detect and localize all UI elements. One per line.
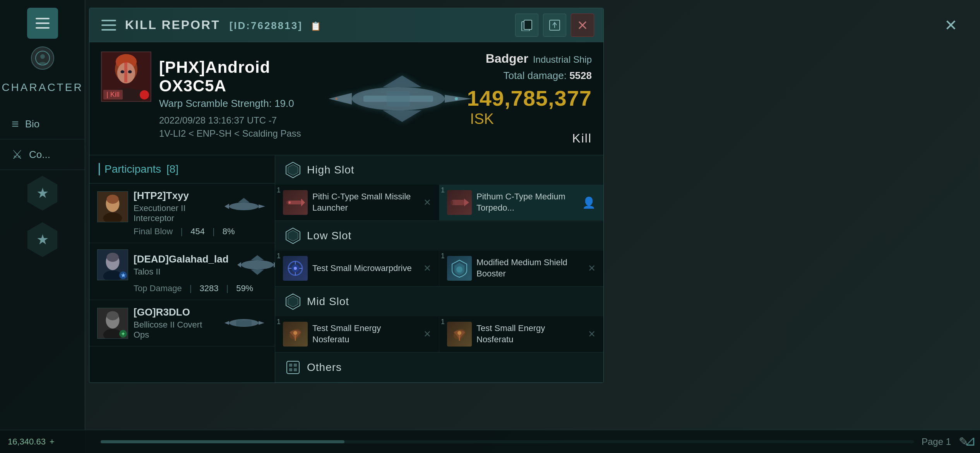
kill-stats: Badger Industrial Ship Total damage: 552… bbox=[483, 51, 592, 146]
window-close-button[interactable]: ✕ bbox=[937, 12, 965, 39]
svg-marker-45 bbox=[251, 269, 264, 275]
fitting-item-mid-1[interactable]: 1 Test Small Energy Nosferatu ✕ bbox=[275, 316, 439, 352]
fitting-item-num-l2: 1 bbox=[441, 252, 445, 260]
panel-menu-button[interactable] bbox=[99, 15, 119, 35]
fitting-item-high-1[interactable]: 1 Pithi C-Type Small Missile Launcher ✕ bbox=[275, 185, 439, 221]
sidebar-combat-icon: ⚔ bbox=[12, 147, 23, 162]
fitting-item-num-l1: 1 bbox=[277, 252, 281, 260]
svg-rect-53 bbox=[236, 320, 252, 326]
svg-marker-24 bbox=[383, 110, 421, 122]
ship-name: Badger bbox=[486, 51, 528, 66]
nosferatu-icon-2 bbox=[447, 322, 472, 347]
wallet-amount: 16,340.63 bbox=[8, 437, 46, 447]
svg-point-17 bbox=[128, 70, 132, 74]
svg-rect-75 bbox=[289, 368, 292, 371]
participant-info-3: [GO]R3DLO Bellicose II Covert Ops bbox=[134, 306, 215, 340]
participant-item-2[interactable]: ★ [DEAD]Galahad_lad Talos II bbox=[89, 243, 275, 300]
character-icon bbox=[31, 46, 54, 70]
svg-rect-61 bbox=[453, 200, 454, 205]
stat-percent-1: 8% bbox=[223, 226, 235, 237]
low-slot-items: 1 Test Small Microwarpdrive ✕ bbox=[275, 251, 603, 287]
participants-count: [8] bbox=[166, 163, 178, 175]
sidebar-menu-button[interactable] bbox=[27, 8, 58, 39]
sidebar-item-bio[interactable]: ≡ Bio bbox=[0, 109, 85, 139]
participant-stats-2: Top Damage | 3283 | 59% bbox=[97, 283, 267, 293]
fitting-item-mid-2[interactable]: 1 Test Small Energy Nosferatu ✕ bbox=[439, 316, 603, 352]
mwd-icon bbox=[283, 256, 308, 281]
wallet-plus: + bbox=[50, 437, 55, 447]
ship-image-area bbox=[321, 51, 476, 146]
fitting-item-num-m1: 1 bbox=[277, 318, 281, 326]
close-icon-m1[interactable]: ✕ bbox=[423, 329, 431, 340]
torpedo-icon bbox=[447, 190, 472, 215]
sidebar-hex-em[interactable]: ★ bbox=[25, 222, 60, 257]
star-icon-em: ★ bbox=[36, 232, 49, 248]
close-icon-l1[interactable]: ✕ bbox=[423, 263, 431, 274]
victim-info: [PHX]Android OX3C5A Warp Scramble Streng… bbox=[159, 51, 313, 146]
mid-slot-header: Mid Slot bbox=[275, 287, 603, 316]
high-slot-icon bbox=[284, 161, 302, 178]
mid-slot-section: Mid Slot 1 T bbox=[275, 287, 603, 353]
participant-item[interactable]: [HTP2]Txyy Executioner II Interceptor bbox=[89, 184, 275, 243]
participant-badge-star: ★ bbox=[119, 271, 127, 279]
participant-ship-img-3 bbox=[221, 312, 267, 335]
sidebar-item-combat[interactable]: ⚔ Co... bbox=[0, 139, 85, 170]
fitting-item-num-m2: 1 bbox=[441, 318, 445, 326]
fitting-item-low-2[interactable]: 1 Modified Medium Shield Booster ✕ bbox=[439, 251, 603, 287]
svg-point-70 bbox=[457, 331, 461, 335]
close-icon-h1[interactable]: ✕ bbox=[423, 197, 431, 208]
participants-title: Participants [8] bbox=[99, 163, 178, 175]
others-slot-header: Others bbox=[275, 353, 603, 382]
participant-name-3: [GO]R3DLO bbox=[134, 306, 215, 318]
participants-title-text: Participants bbox=[105, 163, 161, 175]
sidebar-hex-me[interactable]: ★ bbox=[25, 176, 60, 211]
fitting-item-num-h1: 1 bbox=[277, 186, 281, 194]
participant-name-1: [HTP2]Txyy bbox=[134, 190, 215, 202]
participants-header: Participants [8] bbox=[89, 155, 275, 184]
participant-name-2: [DEAD]Galahad_lad bbox=[134, 253, 229, 265]
star-icon-me: ★ bbox=[36, 185, 49, 201]
bottom-scrollbar[interactable] bbox=[101, 440, 914, 443]
svg-marker-52 bbox=[224, 321, 229, 325]
isk-row: 149,785,377 ISK bbox=[467, 86, 592, 127]
others-slot-section: Others bbox=[275, 353, 603, 383]
stat-divider-2: | bbox=[190, 283, 192, 293]
svg-point-33 bbox=[229, 202, 259, 210]
fitting-item-name-h1: Pithi C-Type Small Missile Launcher bbox=[312, 191, 419, 213]
victim-warp-scramble: Warp Scramble Strength: 19.0 bbox=[159, 98, 313, 110]
svg-marker-35 bbox=[224, 204, 229, 209]
victim-timestamp: 2022/09/28 13:16:37 UTC -7 bbox=[159, 115, 313, 126]
page-indicator: Page 1 bbox=[922, 436, 951, 447]
scrollbar-thumb bbox=[101, 440, 344, 443]
panel-header: Kill Report [ID:7628813] 📋 bbox=[89, 8, 603, 42]
svg-point-67 bbox=[293, 331, 297, 335]
close-icon-m2[interactable]: ✕ bbox=[588, 329, 596, 340]
close-button[interactable] bbox=[571, 14, 594, 37]
filter-button[interactable]: ⊿ bbox=[965, 433, 976, 449]
fitting-item-low-1[interactable]: 1 Test Small Microwarpdrive ✕ bbox=[275, 251, 439, 287]
participant-stats-1: Final Blow | 454 | 8% bbox=[97, 226, 267, 237]
others-slot-icon bbox=[284, 359, 302, 376]
participant-avatar-1 bbox=[97, 191, 128, 222]
participants-panel: Participants [8] [H bbox=[89, 155, 275, 383]
participant-info-1: [HTP2]Txyy Executioner II Interceptor bbox=[134, 190, 215, 223]
participant-item-3[interactable]: + [GO]R3DLO Bellicose II Covert Ops bbox=[89, 300, 275, 347]
stat-damage-2: 3283 bbox=[199, 283, 218, 293]
security-dot bbox=[140, 90, 149, 100]
fitting-item-name-m2: Test Small Energy Nosferatu bbox=[476, 323, 583, 345]
fitting-item-high-2[interactable]: 1 Pithum C-Type Medium Torpedo... 👤 bbox=[439, 185, 603, 221]
svg-marker-51 bbox=[259, 321, 264, 325]
high-slot-section: High Slot 1 bbox=[275, 155, 603, 221]
svg-rect-3 bbox=[101, 24, 116, 26]
copy-button[interactable] bbox=[515, 14, 538, 37]
svg-point-31 bbox=[106, 194, 118, 203]
svg-marker-23 bbox=[383, 76, 421, 87]
kill-info-section: | Kill [PHX]Android OX3C5A Warp Scramble… bbox=[89, 42, 603, 155]
fitting-item-name-l1: Test Small Microwarpdrive bbox=[312, 263, 412, 274]
nosferatu-icon-1 bbox=[283, 322, 308, 347]
sidebar-bio-label: Bio bbox=[25, 118, 40, 130]
svg-rect-4 bbox=[101, 29, 116, 31]
ship-type-row: Badger Industrial Ship bbox=[486, 51, 592, 66]
export-button[interactable] bbox=[543, 14, 566, 37]
close-icon-l2[interactable]: ✕ bbox=[588, 263, 596, 274]
